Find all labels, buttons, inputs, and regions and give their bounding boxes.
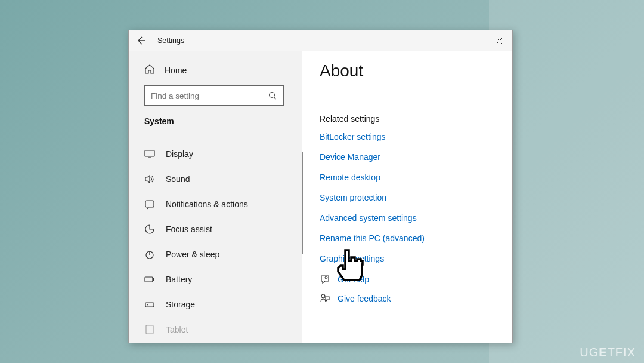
window-controls <box>434 31 512 50</box>
link-bitlocker[interactable]: BitLocker settings <box>320 132 494 141</box>
sidebar-item-notifications[interactable]: Notifications & actions <box>129 192 291 217</box>
tablet-icon <box>144 324 155 335</box>
sidebar-item-label: Tablet <box>166 325 188 334</box>
search-icon <box>268 91 277 100</box>
svg-point-1 <box>270 92 275 97</box>
sidebar-item-label: Storage <box>166 300 195 309</box>
sidebar-item-sound[interactable]: Sound <box>129 167 291 192</box>
minimize-button[interactable] <box>434 31 460 50</box>
back-button[interactable] <box>129 30 155 51</box>
link-device-manager[interactable]: Device Manager <box>320 152 494 162</box>
sound-icon <box>144 174 155 184</box>
settings-window: Settings Home <box>128 30 513 343</box>
titlebar: Settings <box>129 30 512 51</box>
focus-icon <box>144 224 155 235</box>
related-links: BitLocker settings Device Manager Remote… <box>320 132 494 263</box>
scrollbar[interactable] <box>302 152 303 254</box>
get-help-row: Get help <box>320 274 494 285</box>
maximize-icon <box>470 38 476 44</box>
window-body: Home System Display Sound <box>129 51 512 343</box>
sidebar-item-tablet[interactable]: Tablet <box>129 317 291 342</box>
sidebar-item-display[interactable]: Display <box>129 141 291 167</box>
link-advanced-system-settings[interactable]: Advanced system settings <box>320 213 494 223</box>
feedback-icon <box>320 293 330 304</box>
arrow-left-icon <box>137 36 147 45</box>
svg-point-10 <box>325 276 327 279</box>
svg-point-8 <box>147 304 148 306</box>
svg-rect-5 <box>145 277 153 282</box>
svg-rect-3 <box>145 201 154 207</box>
content-pane: About Related settings BitLocker setting… <box>302 51 512 343</box>
storage-icon <box>144 299 155 310</box>
link-system-protection[interactable]: System protection <box>320 193 494 202</box>
give-feedback-row: Give feedback <box>320 293 494 304</box>
maximize-button[interactable] <box>460 31 486 50</box>
sidebar-item-battery[interactable]: Battery <box>129 267 291 292</box>
minimize-icon <box>444 38 450 44</box>
page-title: About <box>320 61 494 81</box>
sidebar-item-label: Focus assist <box>166 224 212 234</box>
home-label: Home <box>165 66 187 75</box>
sidebar: Home System Display Sound <box>129 51 302 343</box>
related-settings-label: Related settings <box>320 114 494 124</box>
home-icon <box>144 64 155 77</box>
nav-list: Display Sound Notifications & actions Fo… <box>144 141 291 342</box>
close-button[interactable] <box>486 31 512 50</box>
battery-icon <box>144 274 155 285</box>
give-feedback-link[interactable]: Give feedback <box>338 294 391 303</box>
link-remote-desktop[interactable]: Remote desktop <box>320 173 494 182</box>
link-graphics[interactable]: Graphics settings <box>320 254 494 263</box>
svg-point-11 <box>321 294 325 298</box>
svg-rect-2 <box>145 150 154 156</box>
svg-rect-6 <box>153 278 154 281</box>
sidebar-item-label: Sound <box>166 174 190 184</box>
sidebar-item-label: Power & sleep <box>166 250 219 259</box>
sidebar-item-power[interactable]: Power & sleep <box>129 242 291 267</box>
svg-rect-9 <box>146 325 153 334</box>
help-icon <box>320 274 330 285</box>
sidebar-item-label: Notifications & actions <box>166 199 248 209</box>
category-label: System <box>144 116 291 126</box>
notifications-icon <box>144 199 155 210</box>
get-help-link[interactable]: Get help <box>338 275 369 284</box>
sidebar-item-storage[interactable]: Storage <box>129 292 291 317</box>
link-rename-pc[interactable]: Rename this PC (advanced) <box>320 233 494 243</box>
display-icon <box>144 149 155 159</box>
svg-rect-0 <box>470 38 476 44</box>
watermark: UGETFIX <box>580 346 636 359</box>
power-icon <box>144 249 155 260</box>
sidebar-item-label: Battery <box>166 275 192 284</box>
search-field[interactable] <box>151 91 268 100</box>
close-icon <box>496 38 503 44</box>
sidebar-item-focus[interactable]: Focus assist <box>129 217 291 242</box>
window-title: Settings <box>155 36 434 45</box>
sidebar-item-label: Display <box>166 149 193 159</box>
search-input[interactable] <box>144 85 284 106</box>
home-nav[interactable]: Home <box>144 59 291 85</box>
